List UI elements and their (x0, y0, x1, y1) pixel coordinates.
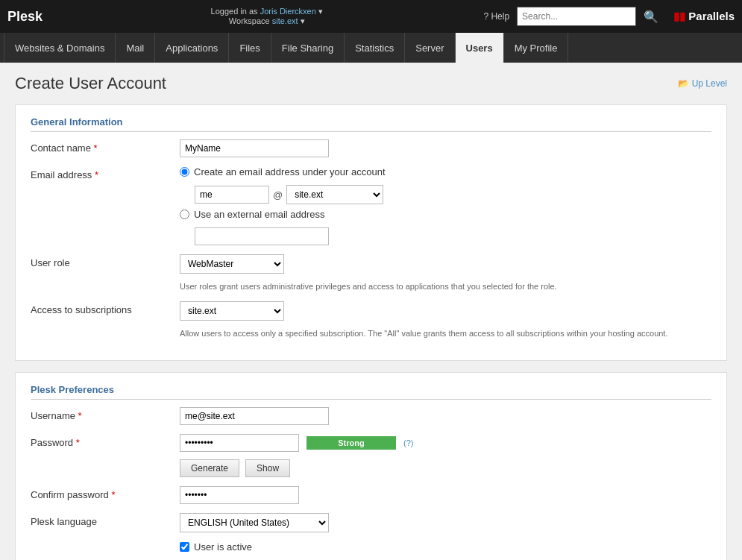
user-active-spacer (31, 541, 172, 544)
confirm-password-label: Confirm password * (31, 486, 172, 500)
create-email-radio[interactable] (180, 167, 189, 177)
user-info: Logged in as Joris Dierckxen ▾ Workspace… (57, 7, 476, 26)
required-star-password: * (76, 437, 80, 448)
confirm-password-row: Confirm password * (31, 486, 711, 504)
user-role-hint: User roles grant users administrative pr… (180, 281, 711, 292)
user-role-row: User role WebMaster Administrator User U… (31, 254, 711, 292)
email-address-label: Email address * (31, 166, 172, 180)
access-subscriptions-select[interactable]: site.ext All (180, 301, 284, 321)
contact-name-row: Contact name * (31, 139, 711, 157)
page-content: Create User Account 📂 Up Level General I… (0, 63, 742, 560)
confirm-password-control (180, 486, 711, 504)
password-control: Strong (?) Generate Show (180, 434, 711, 477)
create-email-radio-label: Create an email address under your accou… (194, 166, 386, 177)
password-buttons-row: Generate Show (180, 459, 711, 477)
strength-bar: Strong (306, 436, 396, 450)
external-email-field-row (195, 227, 711, 245)
username-control (180, 407, 711, 425)
app-logo: Plesk (7, 9, 43, 25)
contact-name-control (180, 139, 711, 157)
nav-bar: Websites & Domains Mail Applications Fil… (0, 33, 742, 63)
workspace-link[interactable]: site.ext (272, 16, 298, 25)
required-star: * (94, 142, 98, 154)
email-local-row: @ site.ext example.com (195, 185, 711, 204)
email-domain-select[interactable]: site.ext example.com (286, 185, 383, 204)
plesk-language-control: ENGLISH (United States) DEUTSCH FRANÇAIS… (180, 513, 711, 532)
plesk-language-row: Plesk language ENGLISH (United States) D… (31, 513, 711, 532)
username-label: Username * (31, 407, 172, 421)
confirm-password-input[interactable] (180, 486, 299, 504)
plesk-section-title: Plesk Preferences (31, 384, 711, 400)
username-row: Username * (31, 407, 711, 425)
user-role-label: User role (31, 254, 172, 268)
user-role-select[interactable]: WebMaster Administrator User (180, 254, 284, 274)
external-email-input[interactable] (195, 227, 329, 245)
user-name-link[interactable]: Joris Dierckxen (260, 7, 316, 16)
header: Plesk Logged in as Joris Dierckxen ▾ Wor… (0, 0, 742, 33)
main-area: Create User Account 📂 Up Level General I… (0, 63, 742, 560)
nav-item-websites-domains[interactable]: Websites & Domains (4, 33, 116, 63)
external-email-radio-row: Use an external email address (180, 209, 711, 220)
up-level-link[interactable]: 📂 Up Level (678, 78, 727, 89)
plesk-language-label: Plesk language (31, 513, 172, 527)
user-active-checkbox-row: User is active (180, 541, 711, 553)
up-icon: 📂 (678, 78, 689, 89)
user-role-control: WebMaster Administrator User User roles … (180, 254, 711, 292)
parallels-logo: ▮▮ Parallels (673, 10, 735, 23)
create-email-radio-row: Create an email address under your accou… (180, 166, 711, 177)
email-address-row: Email address * Create an email address … (31, 166, 711, 245)
required-star-email: * (95, 169, 98, 180)
generate-button[interactable]: Generate (180, 459, 239, 477)
external-email-radio[interactable] (180, 210, 189, 219)
nav-item-mail[interactable]: Mail (116, 33, 155, 63)
nav-item-file-sharing[interactable]: File Sharing (271, 33, 345, 63)
logged-in-label: Logged in as (211, 7, 258, 16)
general-section-title: General Information (31, 116, 711, 132)
access-subscriptions-hint: Allow users to access only a specified s… (180, 328, 711, 339)
search-icon[interactable]: 🔍 (644, 10, 658, 24)
nav-item-my-profile[interactable]: My Profile (504, 33, 569, 63)
nav-item-files[interactable]: Files (229, 33, 271, 63)
plesk-preferences-section: Plesk Preferences Username * Password * (15, 372, 727, 560)
password-input[interactable] (180, 434, 299, 452)
workspace-label: Workspace (229, 16, 270, 25)
contact-name-label: Contact name * (31, 139, 172, 154)
nav-item-statistics[interactable]: Statistics (345, 33, 405, 63)
nav-item-users[interactable]: Users (456, 33, 504, 63)
nav-item-server[interactable]: Server (405, 33, 455, 63)
email-local-input[interactable] (195, 186, 269, 204)
password-label: Password * (31, 434, 172, 448)
required-star-confirm: * (111, 489, 115, 500)
password-row: Password * Strong (?) Generate Show (31, 434, 711, 477)
external-email-radio-label: Use an external email address (194, 209, 325, 220)
user-active-control: User is active Active users can access P… (180, 541, 711, 560)
strength-help[interactable]: (?) (403, 438, 413, 447)
plesk-language-select[interactable]: ENGLISH (United States) DEUTSCH FRANÇAIS… (180, 513, 329, 532)
nav-item-applications[interactable]: Applications (155, 33, 229, 63)
general-info-section: General Information Contact name * Email… (15, 104, 727, 361)
password-strength-row: Strong (?) (180, 434, 711, 452)
email-at-symbol: @ (273, 189, 283, 201)
show-button[interactable]: Show (245, 459, 290, 477)
email-address-control: Create an email address under your accou… (180, 166, 711, 245)
search-input[interactable] (517, 7, 636, 26)
required-star-username: * (78, 410, 82, 421)
access-subscriptions-control: site.ext All Allow users to access only … (180, 301, 711, 339)
user-active-checkbox[interactable] (180, 542, 189, 552)
access-subscriptions-row: Access to subscriptions site.ext All All… (31, 301, 711, 339)
user-active-row: User is active Active users can access P… (31, 541, 711, 560)
username-input[interactable] (180, 407, 329, 425)
user-active-label: User is active (194, 541, 252, 553)
access-subscriptions-label: Access to subscriptions (31, 301, 172, 315)
help-button[interactable]: ? Help (483, 11, 509, 22)
page-title: Create User Account (15, 74, 166, 93)
page-title-row: Create User Account 📂 Up Level (15, 74, 727, 93)
contact-name-input[interactable] (180, 139, 329, 157)
